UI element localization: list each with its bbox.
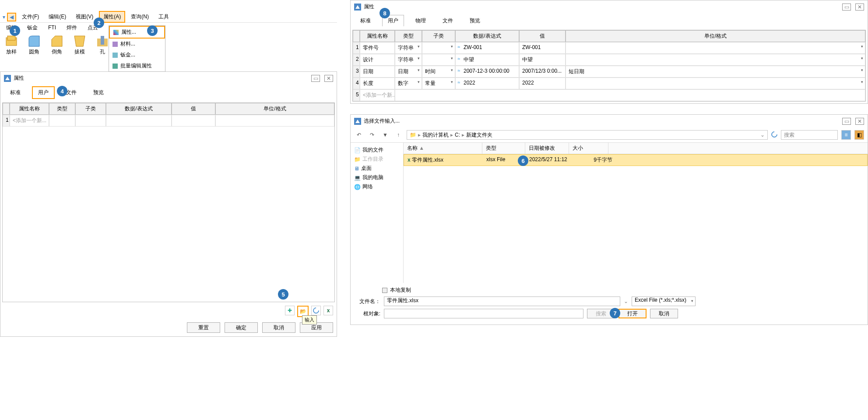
breadcrumb[interactable]: 📁 ▸ 我的计算机 ▸ C: ▸ 新建文件夹 ⌄: [407, 130, 768, 140]
open-button[interactable]: 打开: [618, 309, 647, 318]
table-row[interactable]: 3日期日期时间2007-12-3 00:00:002007/12/3 0:00.…: [353, 66, 865, 78]
tab-preview[interactable]: 预览: [464, 15, 485, 26]
cell-data[interactable]: 2022: [455, 78, 519, 89]
reset-button[interactable]: 重置: [187, 322, 220, 333]
col-size[interactable]: 大小: [569, 143, 608, 154]
file-row-selected[interactable]: x 零件属性.xlsx xlsx File 2022/5/27 11:12 9千…: [404, 154, 868, 166]
view-list-icon[interactable]: ≡: [841, 130, 851, 140]
cell-val[interactable]: 2007/12/3 0:00...: [519, 66, 566, 78]
table-row[interactable]: 1零件号字符串ZW-001ZW-001: [353, 42, 865, 54]
col-type[interactable]: 类型: [482, 143, 525, 154]
win-min-icon[interactable]: ▭: [842, 118, 851, 125]
cell-unit[interactable]: [566, 78, 865, 89]
cell-unit[interactable]: [566, 42, 865, 54]
cell-val[interactable]: 2022: [519, 78, 566, 89]
cell-data[interactable]: ZW-001: [455, 42, 519, 54]
tab-standard[interactable]: 标准: [355, 15, 376, 26]
cell-name[interactable]: 长度: [360, 78, 395, 89]
view-preview-icon[interactable]: ◧: [854, 130, 864, 140]
menu-tool[interactable]: 工具: [155, 11, 173, 22]
excel-icon[interactable]: x: [323, 306, 333, 315]
undo-icon[interactable]: ↶: [354, 132, 364, 138]
redo-icon[interactable]: ↷: [367, 132, 377, 138]
tree-workdir[interactable]: 📁工作目录: [354, 155, 400, 164]
folder-tree[interactable]: 📄我的文件 📁工作目录 🖥桌面 💻我的电脑 🌐网络: [351, 143, 403, 283]
cell-sub[interactable]: 时间: [422, 66, 455, 78]
col-data[interactable]: 数据/表达式: [455, 30, 519, 42]
col-val[interactable]: 值: [519, 30, 566, 42]
cell-name[interactable]: 日期: [360, 66, 395, 78]
col-sub[interactable]: 子类: [422, 30, 455, 42]
search-input[interactable]: 搜索: [781, 130, 838, 140]
col-name[interactable]: 名称 ▲: [404, 143, 482, 154]
tree-mypc[interactable]: 💻我的电脑: [354, 173, 400, 182]
col-name[interactable]: 属性名称: [360, 30, 395, 42]
cell-type[interactable]: 日期: [395, 66, 422, 78]
dd-bulk[interactable]: 批量编辑属性: [109, 60, 165, 71]
cell-name[interactable]: 零件号: [360, 42, 395, 54]
table-row[interactable]: 2设计字符串中望中望: [353, 54, 865, 66]
ribbon-btn-fillet[interactable]: 圆角: [25, 34, 43, 56]
dd-material[interactable]: 材料...: [109, 39, 165, 49]
cell-unit[interactable]: 短日期: [566, 66, 865, 78]
file-list[interactable]: 名称 ▲ 类型 日期被修改 大小 x 零件属性.xlsx xlsx File 2…: [403, 143, 868, 283]
up-icon[interactable]: ↑: [394, 132, 403, 138]
win-min-icon[interactable]: ▭: [842, 4, 851, 11]
ribbon-tab[interactable]: 焊件: [64, 23, 80, 32]
app-dropdown-arrow[interactable]: ▾: [3, 14, 5, 20]
table-row[interactable]: 4长度数字常量20222022: [353, 78, 865, 89]
add-attr-icon[interactable]: ✚: [285, 306, 295, 315]
col-date[interactable]: 日期被修改: [525, 143, 569, 154]
nav-back-sel[interactable]: ◀: [7, 13, 16, 21]
cell-type[interactable]: 数字: [395, 78, 422, 89]
col-type[interactable]: 类型: [395, 30, 422, 42]
ribbon-btn-loft[interactable]: 放样: [3, 34, 20, 56]
cell-data[interactable]: 中望: [455, 54, 519, 66]
cell-sub[interactable]: 常量: [422, 78, 455, 89]
ribbon-tab[interactable]: FTI: [46, 24, 59, 32]
tab-physics[interactable]: 物理: [410, 15, 431, 26]
add-row-placeholder[interactable]: <添加一个新...: [360, 89, 395, 101]
col-sub[interactable]: 子类: [75, 103, 106, 115]
cancel-button[interactable]: 取消: [262, 322, 295, 333]
ribbon-tab[interactable]: 钣金: [25, 23, 40, 32]
col-val[interactable]: 值: [172, 103, 215, 115]
local-copy-checkbox[interactable]: 本地复制: [356, 286, 862, 294]
menu-edit[interactable]: 编辑(E): [45, 11, 70, 22]
win-close-icon[interactable]: ✕: [855, 4, 864, 11]
col-data[interactable]: 数据/表达式: [106, 103, 172, 115]
tree-desktop[interactable]: 🖥桌面: [354, 164, 400, 173]
win-close-icon[interactable]: ✕: [324, 75, 333, 82]
cell-sub[interactable]: [422, 54, 455, 66]
ok-button[interactable]: 确定: [225, 322, 258, 333]
ribbon-btn-draft[interactable]: 拔模: [71, 34, 88, 56]
menu-file[interactable]: 文件(F): [18, 11, 43, 22]
win-min-icon[interactable]: ▭: [311, 75, 320, 82]
tab-preview[interactable]: 预览: [88, 87, 109, 98]
tab-file[interactable]: 文件: [437, 15, 458, 26]
win-close-icon[interactable]: ✕: [855, 118, 864, 125]
cell-unit[interactable]: [566, 54, 865, 66]
col-type[interactable]: 类型: [49, 103, 75, 115]
file-filter-dropdown[interactable]: Excel File (*.xls;*.xlsx): [632, 296, 696, 306]
cell-val[interactable]: ZW-001: [519, 42, 566, 54]
dd-sheet[interactable]: 钣金...: [109, 49, 165, 60]
prop-grid[interactable]: 属性名称 类型 子类 数据/表达式 值 单位/格式 1 <添加一个新...: [2, 102, 335, 302]
root-input[interactable]: [384, 309, 583, 318]
filename-input[interactable]: 零件属性.xlsx: [384, 296, 620, 306]
cell-type[interactable]: 字符串: [395, 42, 422, 54]
cell-name[interactable]: 设计: [360, 54, 395, 66]
cell-type[interactable]: 字符串: [395, 54, 422, 66]
col-unit[interactable]: 单位/格式: [566, 30, 865, 42]
add-row-placeholder[interactable]: <添加一个新...: [10, 115, 49, 127]
cell-sub[interactable]: [422, 42, 455, 54]
dropdown-icon[interactable]: ▼: [380, 132, 390, 138]
menu-query[interactable]: 查询(N): [127, 11, 153, 22]
tab-user[interactable]: 用户: [32, 86, 55, 99]
tab-standard[interactable]: 标准: [5, 87, 26, 98]
col-name[interactable]: 属性名称: [10, 103, 49, 115]
tree-network[interactable]: 🌐网络: [354, 182, 400, 191]
sync-icon[interactable]: [311, 306, 321, 315]
prop-grid-filled[interactable]: 属性名称 类型 子类 数据/表达式 值 单位/格式 1零件号字符串ZW-001Z…: [352, 30, 866, 102]
ribbon-btn-chamfer[interactable]: 倒角: [48, 34, 66, 56]
